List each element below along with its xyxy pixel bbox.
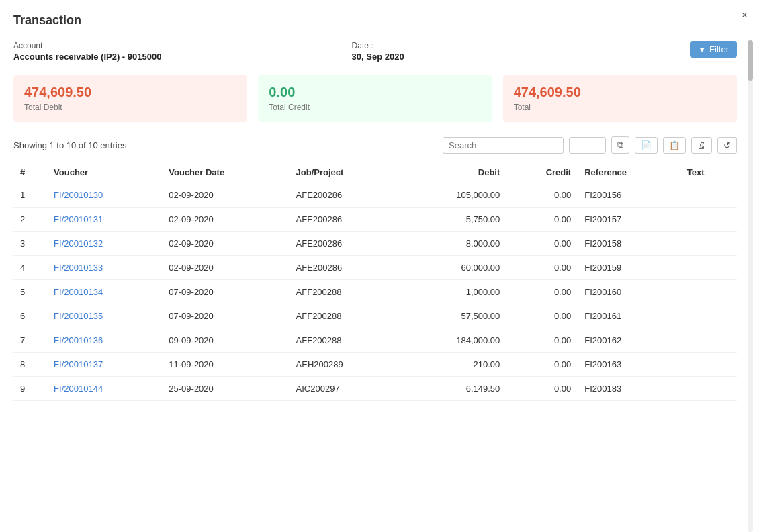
col-job-project: Job/Project [290,162,402,183]
print-button[interactable]: 🖨 [691,137,712,154]
cell-voucher-date: 07-09-2020 [162,280,289,304]
credit-card: 0.00 Total Credit [258,75,492,122]
account-value: Accounts receivable (IP2) - 9015000 [13,52,352,62]
cell-reference: FI200156 [578,183,680,208]
transactions-table: # Voucher Voucher Date Job/Project Debit… [13,162,737,401]
cell-reference: FI200159 [578,256,680,280]
cell-job-project: AEH200289 [290,353,402,377]
summary-cards: 474,609.50 Total Debit 0.00 Total Credit… [13,75,737,122]
csv-button[interactable]: 📄 [635,137,658,154]
cell-num: 9 [13,377,47,401]
entries-info: Showing 1 to 10 of 10 entries [13,140,437,150]
table-row: 8 FI/20010137 11-09-2020 AEH200289 210.0… [13,353,737,377]
filter-button[interactable]: ▼ Filter [690,41,737,58]
cell-voucher-date: 25-09-2020 [162,377,289,401]
voucher-link[interactable]: FI/20010137 [54,359,103,369]
table-row: 3 FI/20010132 02-09-2020 AFE200286 8,000… [13,232,737,256]
cell-text [680,256,737,280]
cell-credit: 0.00 [506,377,578,401]
cell-voucher[interactable]: FI/20010130 [47,183,162,208]
cell-debit: 210.00 [402,353,507,377]
cell-job-project: AFE200286 [290,208,402,232]
cell-text [680,377,737,401]
print-icon: 🖨 [697,140,706,150]
cell-num: 3 [13,232,47,256]
voucher-link[interactable]: FI/20010136 [54,335,103,345]
cell-voucher-date: 02-09-2020 [162,183,289,208]
col-debit: Debit [402,162,507,183]
filter-icon: ▼ [698,45,706,54]
cell-voucher[interactable]: FI/20010144 [47,377,162,401]
scrollbar-track[interactable] [748,40,753,532]
col-credit: Credit [506,162,578,183]
cell-text [680,183,737,208]
cell-job-project: AFE200286 [290,183,402,208]
cell-num: 5 [13,280,47,304]
copy-button[interactable]: ⧉ [611,136,629,154]
search-input[interactable] [443,137,564,154]
cell-debit: 105,000.00 [402,183,507,208]
cell-credit: 0.00 [506,232,578,256]
col-num: # [13,162,47,183]
cell-debit: 6,149.50 [402,377,507,401]
cell-num: 2 [13,208,47,232]
cell-debit: 1,000.00 [402,280,507,304]
cell-credit: 0.00 [506,208,578,232]
cell-credit: 0.00 [506,304,578,328]
cell-voucher[interactable]: FI/20010132 [47,232,162,256]
voucher-link[interactable]: FI/20010130 [54,190,103,200]
col-reference: Reference [578,162,680,183]
cell-voucher[interactable]: FI/20010133 [47,256,162,280]
total-card: 474,609.50 Total [503,75,737,122]
cell-num: 7 [13,328,47,353]
cell-voucher[interactable]: FI/20010137 [47,353,162,377]
cell-job-project: AFE200286 [290,256,402,280]
debit-label: Total Debit [24,103,236,112]
cell-reference: FI200183 [578,377,680,401]
date-label: Date : [352,41,691,50]
table-controls: Showing 1 to 10 of 10 entries 250 ⧉ 📄 📋 … [13,136,737,154]
refresh-button[interactable]: ↺ [717,137,737,154]
filter-label: Filter [709,44,729,54]
cell-debit: 8,000.00 [402,232,507,256]
total-amount: 474,609.50 [514,85,726,100]
voucher-link[interactable]: FI/20010135 [54,311,103,321]
scrollbar-thumb[interactable] [748,40,753,81]
voucher-link[interactable]: FI/20010134 [54,287,103,297]
col-voucher: Voucher [47,162,162,183]
cell-job-project: AFF200288 [290,280,402,304]
voucher-link[interactable]: FI/20010131 [54,214,103,224]
cell-voucher-date: 07-09-2020 [162,304,289,328]
page-size-input[interactable]: 250 [569,137,606,154]
table-row: 9 FI/20010144 25-09-2020 AIC200297 6,149… [13,377,737,401]
col-text: Text [680,162,737,183]
table-row: 6 FI/20010135 07-09-2020 AFF200288 57,50… [13,304,737,328]
cell-num: 6 [13,304,47,328]
close-button[interactable]: × [742,9,748,21]
table-row: 5 FI/20010134 07-09-2020 AFF200288 1,000… [13,280,737,304]
modal-title: Transaction [13,13,737,28]
cell-job-project: AIC200297 [290,377,402,401]
cell-voucher[interactable]: FI/20010134 [47,280,162,304]
cell-num: 4 [13,256,47,280]
cell-credit: 0.00 [506,353,578,377]
cell-credit: 0.00 [506,328,578,353]
copy-icon: ⧉ [617,140,623,150]
cell-reference: FI200157 [578,208,680,232]
excel-icon: 📋 [669,140,680,150]
header-row: Account : Accounts receivable (IP2) - 90… [13,41,737,62]
debit-amount: 474,609.50 [24,85,236,100]
cell-text [680,208,737,232]
cell-voucher[interactable]: FI/20010131 [47,208,162,232]
excel-button[interactable]: 📋 [663,137,686,154]
cell-voucher[interactable]: FI/20010136 [47,328,162,353]
voucher-link[interactable]: FI/20010144 [54,384,103,394]
cell-voucher[interactable]: FI/20010135 [47,304,162,328]
refresh-icon: ↺ [723,140,731,150]
cell-reference: FI200161 [578,304,680,328]
cell-voucher-date: 11-09-2020 [162,353,289,377]
table-row: 4 FI/20010133 02-09-2020 AFE200286 60,00… [13,256,737,280]
cell-reference: FI200158 [578,232,680,256]
voucher-link[interactable]: FI/20010133 [54,263,103,273]
voucher-link[interactable]: FI/20010132 [54,238,103,249]
